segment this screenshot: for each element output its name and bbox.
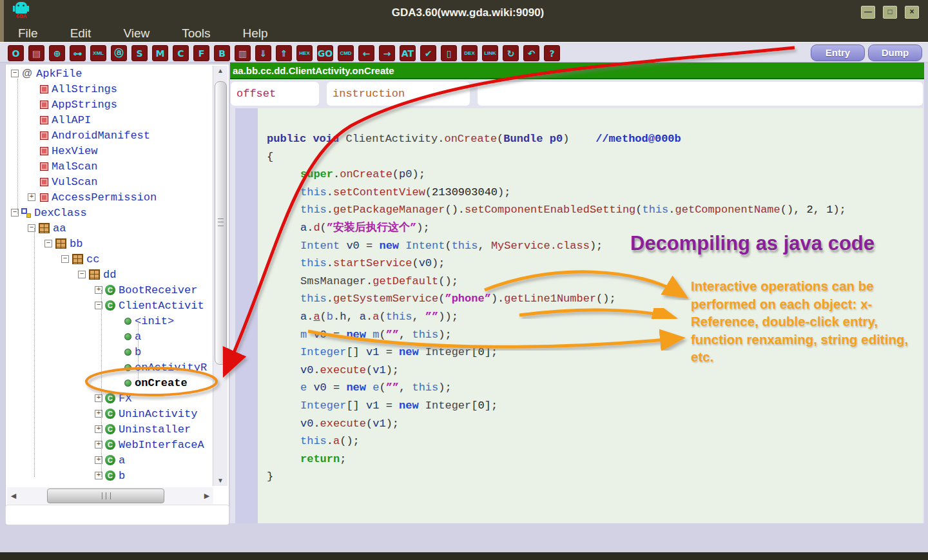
collapse-toggle-icon[interactable]: −: [11, 70, 19, 77]
toolbar-xml-button[interactable]: XML: [90, 45, 106, 61]
menu-file[interactable]: File: [18, 26, 38, 41]
tree-item-a[interactable]: a: [6, 329, 213, 344]
menu-tools[interactable]: Tools: [182, 26, 210, 41]
expand-toggle-icon[interactable]: +: [28, 193, 35, 201]
tree-item-bb[interactable]: −bb: [6, 236, 213, 251]
tree-item-malscan[interactable]: MalScan: [6, 159, 213, 174]
tree-item-a[interactable]: +Ca: [6, 452, 213, 468]
offset-column-header[interactable]: offset: [231, 82, 319, 106]
maximize-button[interactable]: □: [883, 6, 897, 19]
tree-item-dexclass[interactable]: −DexClass: [6, 205, 213, 220]
tree-item-uninstaller[interactable]: +CUninstaller: [6, 421, 213, 437]
tree-guide: [17, 79, 18, 214]
tree-item-aa[interactable]: −aa: [6, 220, 213, 236]
toolbar-bytecode-button[interactable]: B: [214, 45, 230, 61]
scrollbar-thumb[interactable]: [47, 488, 164, 503]
toolbar-dex-button[interactable]: DEX: [461, 45, 478, 61]
class-icon: C: [105, 393, 115, 403]
menu-edit[interactable]: Edit: [70, 26, 92, 41]
toolbar-fields-button[interactable]: F: [193, 45, 209, 61]
tree-item-b[interactable]: +Cb: [6, 468, 213, 483]
tree-item-allstrings[interactable]: AllStrings: [6, 81, 213, 97]
toolbar-export-down-button[interactable]: ⇓: [255, 45, 271, 61]
scroll-right-icon[interactable]: ▶: [202, 487, 212, 504]
dump-button[interactable]: Dump: [868, 44, 922, 61]
toolbar-back-button[interactable]: ←: [358, 45, 374, 61]
toolbar-go-button[interactable]: GO: [317, 45, 333, 61]
tree-footer: [5, 505, 229, 525]
tree-item-b[interactable]: b: [6, 344, 213, 360]
toolbar-hex-button[interactable]: HEX: [296, 45, 313, 61]
tree-item-allapi[interactable]: AllAPI: [6, 112, 213, 128]
tree-guide: [34, 228, 35, 477]
menu-help[interactable]: Help: [243, 26, 268, 41]
class-icon: C: [105, 455, 115, 465]
tree-item-cc[interactable]: −cc: [6, 251, 213, 267]
code-line: this.a();: [267, 432, 923, 450]
tree-item-label: FX: [119, 392, 131, 405]
tree-item-label: AppStrings: [52, 99, 117, 111]
collapse-toggle-icon[interactable]: −: [44, 240, 52, 247]
toolbar-methods-button[interactable]: M: [152, 45, 168, 61]
method-icon: [124, 333, 131, 340]
toolbar-help-button[interactable]: ?: [544, 45, 560, 61]
menu-view[interactable]: View: [123, 26, 150, 41]
package-icon: [72, 254, 83, 264]
tree-item-apkfile[interactable]: −@ApkFile: [6, 66, 213, 81]
tree-item-label: a: [119, 454, 125, 467]
scrollbar-thumb[interactable]: [215, 81, 227, 365]
toolbar-refresh-button[interactable]: ↻: [503, 45, 519, 61]
tree-item-bootreceiver[interactable]: +CBootReceiver: [6, 282, 213, 298]
tree-item-label: UninActivity: [119, 408, 197, 420]
scroll-down-icon[interactable]: ▼: [213, 476, 227, 486]
tree-item-vulscan[interactable]: VulScan: [6, 174, 213, 189]
toolbar-strings-button[interactable]: S: [131, 45, 148, 61]
collapse-toggle-icon[interactable]: −: [61, 255, 69, 263]
item-icon: [40, 178, 48, 186]
toolbar-android-button[interactable]: ⓐ: [111, 45, 127, 61]
tree-item-label: BootReceiver: [119, 284, 197, 296]
extra-column-header[interactable]: [478, 82, 923, 106]
toolbar-tree-view-button[interactable]: ▥: [235, 45, 251, 61]
toolbar-at-button[interactable]: AT: [400, 45, 416, 61]
tree-item-fx[interactable]: +CFX: [6, 391, 213, 406]
entry-button[interactable]: Entry: [811, 44, 865, 61]
thumb-grip: [218, 218, 224, 226]
tree-item-appstrings[interactable]: AppStrings: [6, 97, 213, 112]
tree-item--init-[interactable]: <init>: [6, 313, 213, 329]
tree-item-label: ClientActivit: [119, 300, 204, 312]
tree-item-uninactivity[interactable]: +CUninActivity: [6, 406, 213, 421]
tree-vertical-scrollbar[interactable]: ▲ ▼: [213, 66, 227, 486]
tree-item-label: <init>: [135, 315, 174, 327]
toolbar-cmd-button[interactable]: CMD: [338, 45, 354, 61]
scroll-left-icon[interactable]: ◀: [8, 487, 19, 504]
tree-item-clientactivit[interactable]: −CClientActivit: [6, 298, 213, 313]
tree-item-dd[interactable]: −dd: [6, 267, 213, 282]
minimize-button[interactable]: —: [861, 6, 875, 19]
thumb-grip: [102, 492, 111, 499]
tree-horizontal-scrollbar[interactable]: ◀ ▶: [7, 487, 213, 504]
scroll-up-icon[interactable]: ▲: [213, 66, 227, 76]
instruction-column-header[interactable]: instruction: [327, 82, 470, 106]
toolbar-search-button[interactable]: ⊕: [49, 45, 65, 61]
collapse-toggle-icon[interactable]: −: [78, 271, 86, 278]
toolbar-save-button[interactable]: ▤: [28, 45, 44, 61]
toolbar-open-button[interactable]: O: [8, 45, 24, 61]
toolbar-link-button[interactable]: LINK: [482, 45, 498, 61]
tree-item-onactivityr[interactable]: onActivityR: [6, 360, 213, 375]
toolbar-forward-button[interactable]: →: [379, 45, 395, 61]
toolbar-classes-button[interactable]: C: [173, 45, 189, 61]
toolbar-install-button[interactable]: ⇑: [276, 45, 292, 61]
toolbar-undo-button[interactable]: ↶: [523, 45, 539, 61]
toolbar-bookmark-button[interactable]: ✔: [420, 45, 436, 61]
tree-item-webinterfacea[interactable]: +CWebInterfaceA: [6, 437, 213, 452]
tree-item-androidmanifest[interactable]: AndroidManifest: [6, 128, 213, 143]
toolbar-report-button[interactable]: ▯: [441, 45, 457, 61]
close-button[interactable]: ×: [905, 6, 919, 19]
tree-item-oncreate[interactable]: onCreate: [6, 375, 213, 391]
toolbar: O▤⊕⊶XMLⓐSMCFB▥⇓⇑HEXGOCMD←→AT✔▯DEXLINK↻↶?…: [0, 42, 928, 63]
tree-item-hexview[interactable]: HexView: [6, 143, 213, 159]
toolbar-key-button[interactable]: ⊶: [70, 45, 86, 61]
tree-item-accesspermission[interactable]: +AccessPermission: [6, 189, 213, 205]
code-line: public void ClientActivity.onCreate(Bund…: [267, 130, 923, 148]
